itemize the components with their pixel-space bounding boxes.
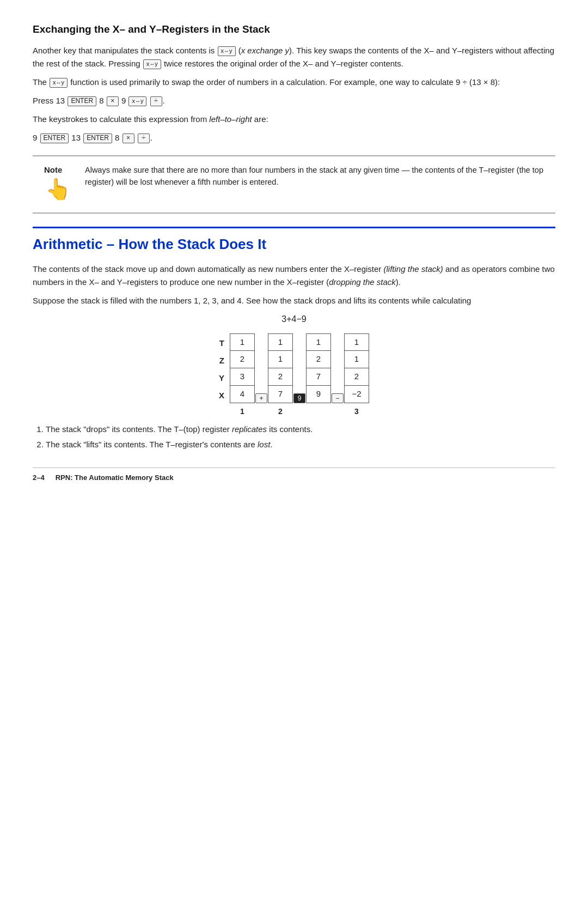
keystroke-seq: 9 ENTER 13 ENTER 8 × ÷.: [33, 131, 555, 144]
xy-key-4: x↔y: [128, 96, 146, 106]
stack-col-1: 1 2 3 4 1: [230, 333, 255, 417]
x-key-2: ×: [122, 133, 134, 143]
press-line: Press 13 ENTER 8 × 9 x↔y ÷.: [33, 94, 555, 107]
step-3-label: 3: [354, 406, 359, 417]
plus-key: +: [255, 393, 267, 403]
cell-t-1: 1: [230, 333, 255, 351]
note-box: Note 👆 Always make sure that there are n…: [33, 155, 555, 214]
dropping-label: dropping the stack: [329, 277, 396, 287]
op-col-1: +: [255, 333, 268, 416]
op-col-2: 9: [293, 333, 306, 416]
cell-x-1: 4: [230, 386, 255, 403]
cell-t-4: 1: [344, 333, 369, 351]
cell-x-3: 9: [306, 386, 331, 403]
xy-key-3: x↔y: [50, 78, 68, 88]
note-hand-icon: 👆: [45, 174, 71, 205]
footer: 2–4 RPN: The Automatic Memory Stack: [33, 467, 555, 483]
xy-key-2: x↔y: [143, 59, 161, 69]
enter-key-1: ENTER: [68, 96, 96, 106]
lifting-label: (lifting the stack): [384, 264, 443, 274]
reg-t-label: T: [219, 335, 228, 352]
keystroke-line: The keystrokes to calculate this express…: [33, 113, 555, 126]
div-key-1: ÷: [150, 96, 162, 106]
step-1-label: 1: [240, 406, 244, 417]
enter-key-3: ENTER: [83, 133, 112, 143]
footer-title: RPN: The Automatic Memory Stack: [56, 472, 174, 483]
left-right-label: left–to–right: [209, 114, 252, 124]
stack-diagram: T Z Y X 1 2 3 4 1 + 1 1 2 7 2 9: [33, 333, 555, 417]
xy-key-1: x↔y: [218, 46, 236, 56]
cell-z-3: 2: [306, 351, 331, 368]
section1-para1: Another key that manipulates the stack c…: [33, 44, 555, 70]
div-key-2: ÷: [138, 133, 150, 143]
footer-page: 2–4: [33, 472, 45, 483]
enter-key-2: ENTER: [40, 133, 69, 143]
section2-para2: Suppose the stack is filled with the num…: [33, 294, 555, 307]
cell-z-2: 1: [268, 351, 293, 368]
minus-key: −: [332, 393, 344, 403]
cell-y-2: 2: [268, 368, 293, 386]
stack-col-3: 1 2 7 9: [306, 333, 331, 416]
list-item-1: The stack "drops" its contents. The T–(t…: [46, 423, 555, 436]
cell-t-3: 1: [306, 333, 331, 351]
cell-t-2: 1: [268, 333, 293, 351]
cell-y-1: 3: [230, 368, 255, 386]
cell-z-1: 2: [230, 351, 255, 368]
step-2-label: 2: [278, 406, 283, 417]
list-item-2: The stack "lifts" its contents. The T–re…: [46, 438, 555, 451]
section1-para2: The x↔y function is used primarily to sw…: [33, 76, 555, 89]
nine-key: 9: [293, 393, 305, 403]
lost-word: lost: [258, 440, 270, 449]
note-left-col: Note 👆: [41, 164, 74, 205]
cell-y-3: 7: [306, 368, 331, 386]
cell-y-4: 2: [344, 368, 369, 386]
formula: 3+4−9: [33, 313, 555, 326]
cell-x-4: −2: [344, 386, 369, 403]
stack-cells-1: 1 2 3 4: [230, 333, 255, 403]
register-labels: T Z Y X: [219, 333, 228, 404]
para1-text1: Another key that manipulates the stack c…: [33, 46, 215, 55]
reg-x-label: X: [219, 387, 228, 404]
cell-z-4: 1: [344, 351, 369, 368]
stack-cells-3: 1 2 7 9: [306, 333, 331, 403]
stack-cells-2: 1 1 2 7: [268, 333, 293, 403]
reg-z-label: Z: [219, 352, 228, 369]
cell-x-2: 7: [268, 386, 293, 403]
section1-title: Exchanging the X– and Y–Registers in the…: [33, 22, 555, 38]
stack-col-2: 1 1 2 7 2: [268, 333, 293, 417]
exchange-y-label: x exchange y: [241, 46, 289, 55]
replicates-word: replicates: [232, 424, 267, 434]
stack-col-4: 1 1 2 −2 3: [344, 333, 369, 417]
numbered-list: The stack "drops" its contents. The T–(t…: [46, 423, 555, 451]
op-col-3: −: [331, 333, 344, 416]
section2-para1: The contents of the stack move up and do…: [33, 263, 555, 289]
stack-cells-4: 1 1 2 −2: [344, 333, 369, 403]
section2-title: Arithmetic – How the Stack Does It: [33, 227, 555, 255]
x-key-1: ×: [107, 96, 119, 106]
reg-y-label: Y: [219, 369, 228, 387]
note-text: Always make sure that there are no more …: [85, 164, 547, 189]
